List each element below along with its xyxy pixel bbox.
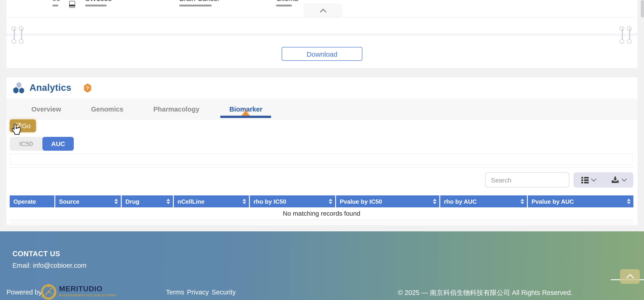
sort-icon [166,198,170,204]
security-link[interactable]: Security [212,288,236,296]
chevron-up-icon [320,8,326,15]
active-tab-underline [220,116,271,118]
metric-toggle: IC50 AUC [10,137,74,151]
column-label: Pvalue by IC50 [340,198,382,205]
powered-by-label: Powered by [6,288,42,296]
sort-icon [627,198,631,204]
clipped-table: 90 SW1088 Brain Cancer Glioma [6,0,638,18]
row-index: 90 [52,0,60,2]
analytics-hexagon-icon [13,82,25,94]
brand-name: MERITUDIO [59,285,116,293]
sort-icon [520,198,524,204]
drag-handle-icon[interactable] [627,26,632,44]
footer-links: Terms Privacy Security [166,288,236,296]
tab-label: Genomics [91,106,123,113]
copyright-text: © 2025 — 南京科佰生物科技有限公司 All Rights Reserve… [398,288,572,297]
page-title: Analytics [30,82,71,93]
privacy-link[interactable]: Privacy [187,288,209,296]
column-label: Pvalue by AUC [532,198,574,205]
tab-label: Overview [31,106,61,113]
scrollbar-thumb[interactable] [641,0,644,18]
chevron-down-icon [591,176,596,181]
table-empty-message: No matching records found [10,207,634,219]
chevron-up-icon [626,274,634,282]
download-button[interactable]: Download [282,47,362,61]
sort-icon [242,198,246,204]
analytics-tabbar: Overview Genomics Pharmacology Biomarker [6,98,638,120]
columns-dropdown-button[interactable] [574,172,604,188]
help-icon[interactable]: ? [84,84,92,93]
active-tab-arrow-icon [242,110,250,116]
contact-email: Email: info@cobioer.com [12,262,86,269]
toggle-auc-button[interactable]: AUC [42,137,74,151]
scroll-to-top-button[interactable] [620,269,640,284]
sort-icon [114,198,118,204]
column-label: nCellLine [178,198,204,205]
column-header-source[interactable]: Source [55,196,122,207]
checkbox-icon [15,123,21,129]
column-header-rho-by-auc[interactable]: rho by AUC [440,196,528,207]
analytics-header: Analytics ? [6,78,638,99]
cancer-type: Brain Cancer [179,0,220,2]
terms-link[interactable]: Terms [166,288,184,296]
export-dropdown-button[interactable] [604,172,634,188]
collapse-table-button[interactable] [304,4,342,17]
page: 90 SW1088 Brain Cancer Glioma Download [0,0,644,300]
biomarker-table-header: Operate Source Drug nCellLine rho by IC5… [10,196,634,207]
cell-line-name: SW1088 [85,0,112,2]
column-header-operate[interactable]: Operate [10,196,55,207]
top-panel: 90 SW1088 Brain Cancer Glioma Download [6,0,638,68]
cancer-subtype: Glioma [276,0,298,2]
column-header-ncellline[interactable]: nCellLine [174,196,250,207]
column-header-rho-by-ic50[interactable]: rho by IC50 [250,196,336,207]
sort-icon [433,198,436,204]
column-label: rho by AUC [444,198,477,205]
toggle-label: IC50 [19,140,33,148]
analytics-card: Analytics ? Overview Genomics Pharmacolo… [6,78,638,225]
meritudio-logo-icon [40,284,57,300]
column-header-pvalue-by-auc[interactable]: Pvalue by AUC [528,196,634,207]
clipboard-icon[interactable] [69,1,75,8]
table-footer-strip [10,219,634,225]
tab-biomarker[interactable]: Biomarker [229,98,262,120]
search-input[interactable] [485,172,569,188]
divider [10,167,634,168]
go-button-label: Go [22,122,30,130]
chevron-down-icon [622,176,627,181]
column-header-drug[interactable]: Drug [122,196,174,207]
footer: CONTACT US Email: info@cobioer.com Power… [0,231,644,300]
export-download-icon [611,176,619,184]
drag-handle-icon[interactable] [12,26,16,44]
column-label: Operate [13,198,36,205]
tab-overview[interactable]: Overview [31,98,61,120]
column-header-pvalue-by-ic50[interactable]: Pvalue by IC50 [336,196,440,207]
go-button[interactable]: Go [10,119,36,132]
download-button-label: Download [306,50,337,58]
brand-wordmark: MERITUDIO BIOINFORMATICS SOLUTIONS [59,285,116,297]
sort-icon [329,198,332,204]
panel-seam [6,33,638,36]
contact-heading: CONTACT US [12,250,60,258]
table-toolbar-buttons [574,172,634,188]
column-label: Drug [126,198,140,205]
column-label: rho by IC50 [254,198,286,205]
empty-filter-panel [10,154,632,164]
toggle-label: AUC [51,140,65,148]
tab-label: Pharmacology [153,106,200,113]
brand-subtitle: BIOINFORMATICS SOLUTIONS [59,294,116,297]
toggle-ic50-button[interactable]: IC50 [10,137,42,151]
columns-icon [581,177,589,183]
tab-genomics[interactable]: Genomics [91,98,123,120]
column-label: Source [59,198,79,205]
drag-handle-icon[interactable] [19,26,24,44]
tab-pharmacology[interactable]: Pharmacology [153,98,200,120]
drag-handle-icon[interactable] [620,26,625,44]
